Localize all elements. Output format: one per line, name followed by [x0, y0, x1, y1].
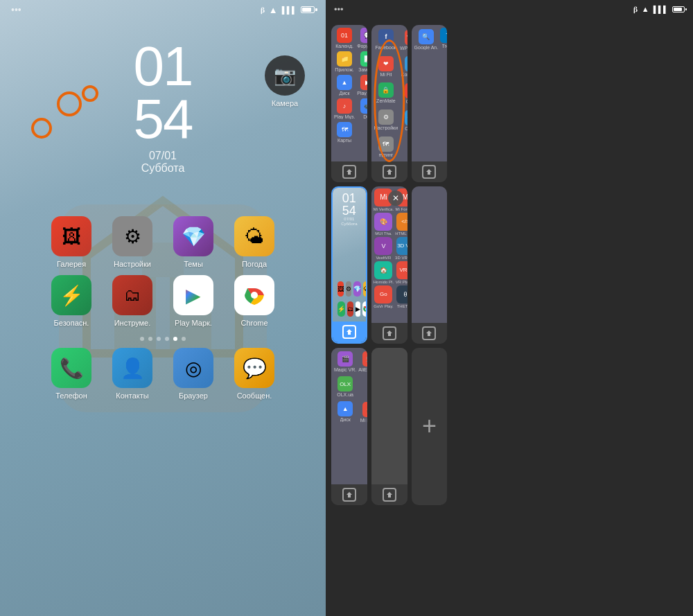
mini-mifit: ❤ Mi Fit: [374, 55, 398, 78]
screen-card-2[interactable]: f Facebook WPF WPF Office ⌨ Гмас. ☁ Обла…: [371, 25, 407, 182]
orange-circles-decoration: [21, 83, 118, 176]
svg-marker-11: [387, 169, 392, 175]
mini-app-notes: 📝 Заметки: [357, 51, 367, 73]
gallery-icon: 🖼: [51, 216, 91, 256]
app-gallery[interactable]: 🖼 Галерея: [44, 216, 99, 268]
mini-clock-display: 0154 07/01Суббота: [341, 192, 358, 226]
mini-app-play-music: ♪ Play Муз.: [334, 98, 355, 119]
card4-home-btn[interactable]: [342, 325, 356, 339]
mini-forum-icon: 💬: [360, 28, 367, 43]
app-security[interactable]: ⚡ Безопасн.: [44, 275, 99, 327]
mini-app-folder: 📁 Прилож.: [334, 51, 355, 72]
card8-home-btn[interactable]: [383, 488, 396, 502]
mini-app-disk: ▲ Диск: [334, 75, 355, 96]
screen-card-8-empty[interactable]: [371, 348, 407, 505]
page-dot-3[interactable]: [165, 337, 169, 341]
apps-grid-row1: 🖼 Галерея ⚙ Настройки 💎 Темы 🌤 Погода: [44, 216, 282, 268]
close-button-card5[interactable]: ✕: [388, 191, 403, 206]
mini-app-playfilm: ▶ Play Фил.: [357, 75, 367, 96]
screen-card-5-inner: Mi Mi Verifica. M Mi Ford M. 360 360 🎨 M…: [371, 186, 407, 323]
app-tools[interactable]: 🗂 Инструме.: [105, 275, 160, 327]
screen-card-4-active[interactable]: 0154 07/01Суббота 🖼 ⚙ 💎 🌤 ⚡ 🗂: [331, 186, 367, 344]
mini-disk2: ▲ Диск: [334, 401, 356, 423]
page-dots: [140, 337, 186, 341]
screen-card-1[interactable]: 01 Календ. 💬 Форум М. 🎵 Музыка: [331, 25, 367, 182]
screen-card-3[interactable]: 🔍 Google An. T Trello 💬 Messenger: [412, 25, 448, 182]
right-status-icons: 𝛃 ▲ ▌▌▌: [633, 5, 685, 14]
mini-magicvr: 🎬 Magic VR.: [334, 351, 356, 373]
status-bar-left: ••• 𝛃 ▲ ▌▌▌: [0, 0, 326, 19]
page-dot-1[interactable]: [148, 337, 152, 341]
mini-home-chrome: [362, 301, 366, 317]
chrome-icon: [234, 275, 274, 315]
day-text: Суббота: [141, 162, 185, 174]
mini-facebook: f Facebook: [374, 28, 398, 51]
status-dots-left: •••: [11, 4, 21, 15]
svg-marker-17: [387, 331, 392, 336]
app-play-market[interactable]: ▶ Play Марк.: [166, 275, 221, 327]
dock-phone[interactable]: 📞 Телефон: [44, 348, 99, 400]
card1-home-bar: [331, 161, 367, 182]
mini-thetas: θ THETA S: [395, 285, 407, 308]
themes-icon: 💎: [173, 216, 213, 256]
dock-contacts[interactable]: 👤 Контакты: [105, 348, 160, 400]
mini-googlean: 🔍 Google An.: [414, 28, 439, 52]
mini-home-gallery: 🖼: [337, 281, 344, 297]
right-panel: ••• 𝛃 ▲ ▌▌▌ 01 Календ. 💬: [326, 0, 693, 616]
contacts-label: Контакты: [116, 391, 149, 400]
card5-home-btn[interactable]: [383, 326, 396, 340]
mini-playfilm-icon: ▶: [360, 75, 367, 90]
app-themes[interactable]: 💎 Темы: [166, 216, 221, 268]
mini-veeftvr: V VeeftVR: [374, 237, 394, 260]
svg-marker-16: [346, 329, 352, 335]
mini-home-row1: 🖼 ⚙ 💎 🌤: [337, 281, 361, 297]
card7-home-btn[interactable]: [342, 488, 356, 502]
screen-card-6[interactable]: [412, 186, 448, 344]
camera-label: Камера: [272, 99, 298, 107]
app-weather[interactable]: 🌤 Погода: [227, 216, 282, 268]
card3-home-btn[interactable]: [422, 165, 436, 179]
security-label: Безопасн.: [54, 319, 89, 327]
dock-browser[interactable]: ◎ Браузер: [166, 348, 221, 400]
screen-card-8-inner: [371, 348, 407, 484]
settings-label: Настройки: [114, 260, 151, 268]
clock-minutes: 54: [134, 88, 193, 150]
card2-app-grid: f Facebook WPF WPF Office ⌨ Гмас. ☁ Обла…: [371, 25, 407, 161]
mini-muitheme: 🎨 MUI Tha.: [374, 213, 394, 236]
svg-point-4: [58, 93, 80, 115]
camera-shortcut[interactable]: 📷 Камера: [265, 55, 305, 107]
screen-card-1-inner: 01 Календ. 💬 Форум М. 🎵 Музыка: [331, 25, 367, 161]
tools-icon: 🗂: [112, 275, 152, 315]
mini-olxua: OLX OLX.ua: [334, 376, 356, 398]
page-dot-2[interactable]: [157, 337, 161, 341]
card8-home-bar: [371, 484, 407, 505]
left-panel: ••• 𝛃 ▲ ▌▌▌ 01 54 07/01 Суббота: [0, 0, 326, 616]
card6-home-btn[interactable]: [422, 326, 436, 340]
mini-home-settings: ⚙: [346, 281, 351, 297]
page-dot-0[interactable]: [140, 337, 144, 341]
mini-home-row2: ⚡ 🗂 ▶: [337, 301, 361, 317]
screen-card-5[interactable]: ✕ Mi Mi Verifica. M Mi Ford M. 360 360: [371, 186, 407, 344]
right-wifi-icon: ▲: [642, 5, 649, 13]
mini-home-weather: 🌤: [363, 281, 366, 297]
svg-marker-19: [346, 492, 352, 498]
mini-puting: 🗺 путинг: [374, 135, 398, 159]
page-dot-4[interactable]: [173, 337, 177, 341]
dock-messages[interactable]: 💬 Сообщен.: [227, 348, 282, 400]
screen-card-7[interactable]: 🎬 Magic VR. 🛒 AliExpress OLX OLX.ua: [331, 348, 367, 505]
card2-home-btn[interactable]: [383, 165, 396, 179]
mini-wpf: WPF WPF Office: [400, 28, 407, 53]
mini-home-apps: 🖼 ⚙ 💎 🌤 ⚡ 🗂 ▶: [335, 276, 363, 319]
security-icon: ⚡: [51, 275, 91, 315]
browser-icon: ◎: [173, 348, 213, 388]
card7-home-bar: [331, 484, 367, 505]
card4-home-bar: [333, 322, 366, 342]
app-settings[interactable]: ⚙ Настройки: [105, 216, 160, 268]
mini-3dvr: 3D VR 3D VR Pla.: [395, 237, 407, 260]
card1-home-btn[interactable]: [342, 165, 356, 179]
settings-icon: ⚙: [112, 216, 152, 256]
play-market-icon: ▶: [173, 275, 213, 315]
page-dot-5[interactable]: [182, 337, 186, 341]
app-chrome[interactable]: Chrome: [227, 275, 282, 327]
add-screen-card[interactable]: +: [412, 348, 448, 505]
